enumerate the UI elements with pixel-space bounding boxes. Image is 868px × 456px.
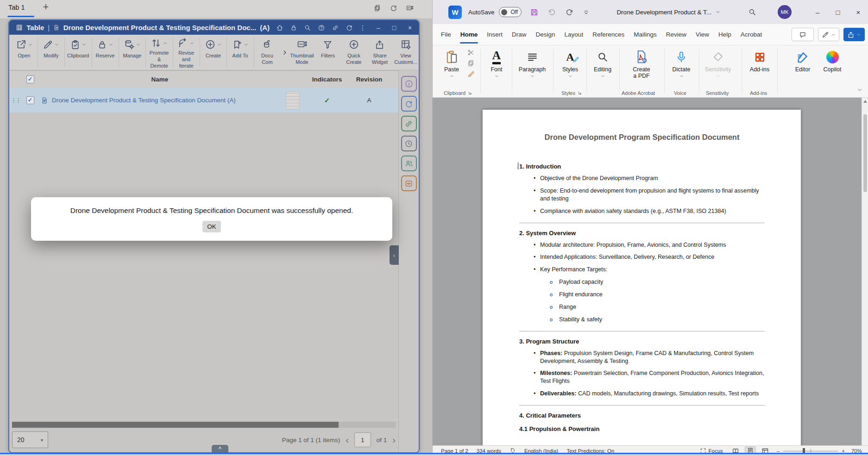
team-button[interactable] <box>401 156 417 171</box>
next-page-button[interactable]: › <box>392 435 396 445</box>
toolbar-button-view-customize[interactable]: View Customi... <box>393 35 419 70</box>
column-header-revision[interactable]: Revision <box>349 76 389 83</box>
tab-home[interactable]: Home <box>456 24 483 45</box>
sensitivity-button[interactable]: Sensitivity <box>704 49 732 79</box>
word-app-icon[interactable]: W <box>448 6 462 19</box>
redo-icon[interactable] <box>565 8 574 17</box>
minimize-button[interactable]: – <box>807 8 828 16</box>
create-pdf-button[interactable]: Createa PDF <box>627 49 656 80</box>
link-icon[interactable] <box>332 24 339 31</box>
drag-handle-icon[interactable]: ⋮⋮ <box>9 97 21 104</box>
tab-file[interactable]: File <box>436 24 456 45</box>
scrollbar-thumb[interactable] <box>12 422 339 428</box>
dictate-button[interactable]: Dictate <box>667 49 696 79</box>
save-icon[interactable] <box>530 8 539 17</box>
undo-icon[interactable] <box>547 8 556 17</box>
history-button[interactable] <box>401 136 417 151</box>
close-button[interactable]: × <box>406 24 414 31</box>
collapse-ribbon-button[interactable] <box>856 85 863 94</box>
toolbar-button-docu-com[interactable]: Docu Com <box>254 35 280 70</box>
avatar[interactable]: MK <box>778 5 792 19</box>
help-icon[interactable] <box>318 24 325 31</box>
close-button[interactable]: × <box>848 8 868 16</box>
dialog-launcher-icon[interactable] <box>468 91 472 95</box>
toolbar-button-create[interactable]: Create <box>200 35 226 70</box>
copy-icon[interactable] <box>467 59 475 67</box>
link-button[interactable] <box>401 116 417 131</box>
copilot-button[interactable]: Copilot <box>818 49 847 73</box>
page-size-select[interactable]: 20 ▾ <box>12 431 48 448</box>
toolbar-button-revise-iterate[interactable]: Revise and Iterate <box>173 35 199 70</box>
editor-button[interactable]: Editor <box>788 49 817 73</box>
horizontal-scrollbar[interactable] <box>12 422 396 428</box>
refresh-icon[interactable] <box>390 4 397 12</box>
editing-group-button[interactable]: Editing <box>588 49 617 79</box>
tab-layout[interactable]: Layout <box>560 24 588 45</box>
dialog-launcher-icon[interactable] <box>578 91 582 95</box>
maximize-button[interactable]: □ <box>390 24 398 31</box>
format-painter-icon[interactable] <box>467 70 475 78</box>
tab-review[interactable]: Review <box>661 24 691 45</box>
toolbar-button-add-to[interactable]: Add To <box>227 35 253 70</box>
new-tab-button[interactable]: + <box>40 1 52 13</box>
paragraph-group-button[interactable]: Paragraph <box>518 49 547 79</box>
home-icon[interactable] <box>276 24 283 31</box>
customize-qat-icon[interactable] <box>583 9 590 16</box>
refresh-icon[interactable] <box>346 24 353 31</box>
zoom-slider[interactable] <box>783 451 838 451</box>
ok-button[interactable]: OK <box>202 221 221 232</box>
styles-group-button[interactable]: A Styles <box>556 49 585 79</box>
vertical-scrollbar[interactable] <box>862 98 868 445</box>
maximize-button[interactable]: □ <box>828 8 848 16</box>
share-button[interactable] <box>843 28 865 41</box>
column-header-indicators[interactable]: Indicators <box>305 76 349 83</box>
sync-button[interactable] <box>401 96 417 112</box>
search-icon[interactable] <box>748 8 756 16</box>
toolbar-button-manage[interactable]: Manage <box>119 35 145 70</box>
search-icon[interactable] <box>304 24 311 31</box>
more-menu-icon[interactable]: ⋮ <box>359 24 367 31</box>
row-checkbox[interactable]: ✓ <box>26 96 34 104</box>
column-header-name[interactable]: Name <box>39 76 281 83</box>
document-title[interactable]: Drone Development Product & T... <box>616 9 721 16</box>
tab-design[interactable]: Design <box>531 24 560 45</box>
expand-panel-tab[interactable]: ^ <box>212 445 228 452</box>
toolbar-button-modify[interactable]: Modify <box>38 35 64 70</box>
preview-button[interactable] <box>401 175 417 191</box>
tab-view[interactable]: View <box>691 24 714 45</box>
autosave-toggle[interactable]: Off <box>499 7 522 17</box>
comments-button[interactable] <box>792 28 814 41</box>
tab-mailings[interactable]: Mailings <box>629 24 661 45</box>
lock-icon[interactable] <box>290 24 297 31</box>
select-all-checkbox[interactable]: ✓ <box>26 75 34 83</box>
info-button[interactable] <box>401 76 417 92</box>
minimize-button[interactable]: – <box>374 24 383 31</box>
paste-button[interactable]: Paste <box>437 49 466 79</box>
page-number-input[interactable] <box>354 432 371 447</box>
document-page[interactable]: Drone Development Program Specification … <box>483 110 801 445</box>
toolbar-expand-chevron[interactable] <box>281 35 288 70</box>
cut-icon[interactable] <box>467 49 475 56</box>
toolbar-button-clipboard[interactable]: Clipboard <box>65 35 91 70</box>
addins-button[interactable]: Add-ins <box>745 49 774 73</box>
panel-icon[interactable] <box>406 4 414 12</box>
toolbar-button-filters[interactable]: Filters <box>315 35 341 70</box>
windows-stack-icon[interactable] <box>373 4 381 12</box>
table-row[interactable]: ⋮⋮ ✓ Drone Development Product & Testing… <box>9 88 398 113</box>
scrollbar-thumb[interactable] <box>863 114 867 192</box>
toolbar-button-quick-create[interactable]: Quick Create <box>341 35 367 70</box>
scroll-up-arrow[interactable] <box>863 100 867 103</box>
previous-page-button[interactable]: ‹ <box>346 435 349 445</box>
panel-collapse-handle[interactable]: ‹ <box>390 245 399 265</box>
tab-insert[interactable]: Insert <box>482 24 507 45</box>
tab-draw[interactable]: Draw <box>507 24 531 45</box>
tab-acrobat[interactable]: Acrobat <box>736 24 767 45</box>
font-group-button[interactable]: A Font <box>482 49 511 79</box>
toolbar-button-open[interactable]: Open <box>11 35 37 70</box>
toolbar-button-share-widget[interactable]: Share Widget <box>367 35 393 70</box>
editing-mode-button[interactable] <box>818 28 839 41</box>
tab-references[interactable]: References <box>588 24 629 45</box>
toolbar-button-promote-demote[interactable]: Promote & Demote <box>146 35 172 70</box>
tab-help[interactable]: Help <box>714 24 736 45</box>
tab-1[interactable]: Tab 1 <box>8 4 25 11</box>
